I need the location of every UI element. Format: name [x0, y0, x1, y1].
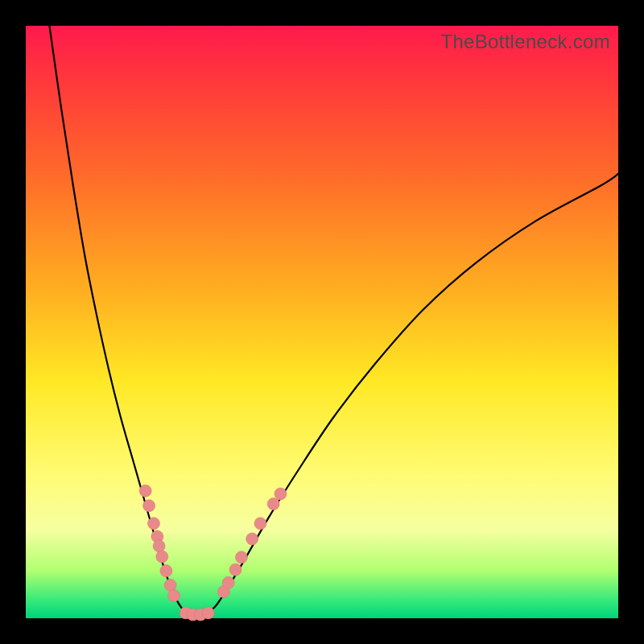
plot-area: TheBottleneck.com — [26, 26, 618, 618]
data-dot — [254, 518, 266, 530]
right-curve — [204, 174, 618, 615]
data-dot — [229, 564, 242, 576]
data-dot — [202, 607, 214, 619]
data-dot — [235, 551, 247, 564]
data-dot — [139, 485, 151, 497]
data-dot — [222, 576, 234, 588]
data-dot — [267, 497, 279, 510]
data-dot — [275, 488, 287, 500]
data-dot — [168, 590, 180, 602]
data-dots — [139, 485, 287, 621]
data-dot — [246, 533, 258, 545]
data-dot — [164, 579, 176, 591]
data-dot — [153, 540, 165, 552]
chart-frame: TheBottleneck.com — [0, 0, 644, 644]
curves-svg — [26, 26, 618, 618]
data-dot — [143, 500, 155, 512]
left-curve — [49, 26, 192, 615]
data-dot — [147, 518, 159, 530]
data-dot — [160, 565, 172, 577]
data-dot — [156, 551, 168, 563]
